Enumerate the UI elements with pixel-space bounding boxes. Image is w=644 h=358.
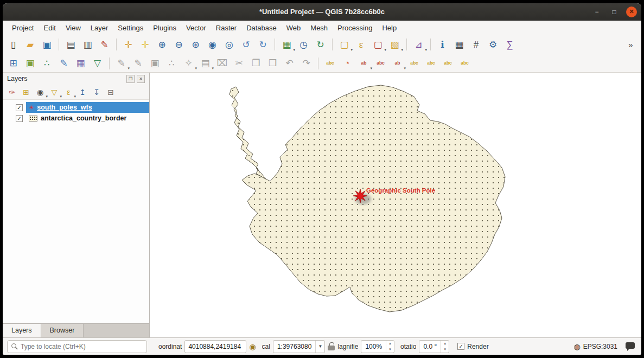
new-map-view-icon[interactable]: ▦▾ (279, 37, 294, 52)
temporal-controller-icon[interactable]: ◷ (296, 37, 311, 52)
float-panel-icon[interactable]: ❐ (126, 75, 135, 83)
layer-item-south_poles_wfs[interactable]: ✳south_poles_wfs (26, 102, 149, 113)
select-by-form-icon[interactable]: ▧▾ (387, 37, 402, 52)
vertex-tool-icon-dropdown[interactable]: ▾ (195, 66, 197, 71)
rotation-steppers[interactable]: ▲▼ (441, 341, 449, 353)
panel-tab-layers[interactable]: Layers (3, 324, 41, 337)
cut-features-icon[interactable]: ✂ (232, 56, 246, 71)
menu-item-raster[interactable]: Raster (211, 22, 241, 34)
select-features-icon-dropdown[interactable]: ▾ (350, 48, 353, 52)
refresh-icon[interactable]: ↻ (313, 37, 328, 52)
select-by-expression-icon[interactable]: ε (354, 37, 368, 52)
current-edits-icon-dropdown[interactable]: ▾ (127, 66, 130, 71)
highlight-pinned-labels-icon[interactable]: abc (373, 56, 388, 71)
show-hidden-labels-icon[interactable]: ab▾ (390, 56, 405, 71)
close-panel-icon[interactable]: ✕ (137, 75, 145, 83)
data-source-manager-icon[interactable]: ⊞ (6, 56, 21, 71)
open-project-icon[interactable]: ▰ (23, 37, 37, 52)
zoom-out-icon[interactable]: ⊖ (171, 37, 186, 52)
add-vector-layer-icon[interactable]: ∴ (40, 56, 54, 71)
vertex-tool-icon[interactable]: ✧▾ (181, 56, 196, 71)
show-layout-manager-icon[interactable]: ▥ (80, 37, 95, 52)
menu-item-mesh[interactable]: Mesh (305, 22, 333, 34)
menu-item-help[interactable]: Help (377, 22, 401, 34)
add-feature-icon[interactable]: ∴ (164, 56, 179, 71)
add-mesh-layer-icon[interactable]: ▦ (73, 56, 88, 71)
label-toolbar-extra-icon[interactable]: abc (457, 56, 472, 71)
crs-status[interactable]: ◍ EPSG:3031 (573, 343, 617, 350)
title-bar[interactable]: *Untitled Project — QGIS 7b28cc6b0c − □ … (3, 3, 641, 21)
toolbar-overflow-icon[interactable]: » (623, 37, 638, 52)
layer-diagram-options-icon[interactable]: ◔ (340, 56, 354, 71)
minimize-button[interactable]: − (591, 7, 602, 17)
render-checkbox[interactable]: ✓ (457, 343, 464, 350)
menu-item-edit[interactable]: Edit (39, 22, 60, 34)
locate-bar[interactable] (7, 340, 147, 353)
menu-item-view[interactable]: View (61, 22, 86, 34)
new-shapefile-layer-icon[interactable]: ✎ (56, 56, 71, 71)
menu-item-web[interactable]: Web (282, 22, 306, 34)
zoom-in-icon[interactable]: ⊕ (155, 37, 169, 52)
redo-icon[interactable]: ↷ (299, 56, 314, 71)
manage-map-themes-icon[interactable]: ◉▾ (34, 86, 47, 99)
pan-map-icon[interactable]: ✛ (121, 37, 136, 52)
pin-labels-icon-dropdown[interactable]: ▾ (370, 66, 372, 71)
paste-features-icon[interactable]: ❒ (265, 56, 280, 71)
filter-legend-icon[interactable]: ▽▾ (48, 86, 61, 99)
layer-visibility-checkbox[interactable]: ✓ (16, 104, 23, 111)
layer-item-antarctica_country_border[interactable]: antarctica_country_border (26, 113, 149, 124)
expand-all-icon[interactable]: ↥ (76, 86, 89, 99)
move-label-icon[interactable]: abc (407, 56, 422, 71)
menu-item-database[interactable]: Database (241, 22, 282, 34)
select-by-form-icon-dropdown[interactable]: ▾ (401, 48, 403, 52)
lock-scale-icon[interactable] (328, 342, 335, 350)
menu-item-processing[interactable]: Processing (333, 22, 377, 34)
save-project-icon[interactable]: ▣ (40, 37, 54, 52)
identify-features-icon[interactable]: ℹ (435, 37, 450, 52)
delete-selected-icon[interactable]: ⌧ (215, 56, 229, 71)
modify-attributes-icon-dropdown[interactable]: ▾ (212, 66, 214, 71)
menu-item-layer[interactable]: Layer (86, 22, 113, 34)
zoom-next-icon[interactable]: ↻ (256, 37, 270, 52)
messages-icon[interactable] (626, 342, 635, 349)
menu-item-project[interactable]: Project (7, 22, 39, 34)
map-canvas[interactable]: Geographic South Pole (150, 73, 641, 337)
menu-item-plugins[interactable]: Plugins (148, 22, 181, 34)
menu-item-vector[interactable]: Vector (181, 22, 211, 34)
magnifier-spinbox[interactable]: 100% ▲▼ (361, 340, 394, 353)
new-map-view-icon-dropdown[interactable]: ▾ (293, 48, 295, 52)
step-down-icon[interactable]: ▼ (441, 347, 449, 353)
deselect-features-icon-dropdown[interactable]: ▾ (384, 48, 386, 52)
zoom-last-icon[interactable]: ↺ (239, 37, 253, 52)
measure-icon-dropdown[interactable]: ▾ (425, 48, 427, 52)
chevron-down-icon[interactable]: ▼ (315, 341, 324, 353)
pin-labels-icon[interactable]: ab▾ (356, 56, 371, 71)
new-project-icon[interactable]: ▯ (6, 37, 21, 52)
extents-toggle-icon[interactable]: ◉ (249, 343, 256, 350)
processing-toolbox-icon[interactable]: ⚙ (486, 37, 500, 52)
modify-attributes-icon[interactable]: ▤▾ (198, 56, 213, 71)
layer-labeling-options-icon[interactable]: abc (323, 56, 337, 71)
field-calculator-icon[interactable]: # (469, 37, 483, 52)
deselect-features-icon[interactable]: ▢▾ (371, 37, 385, 52)
measure-icon[interactable]: ⊿▾ (411, 37, 426, 52)
step-up-icon[interactable]: ▲ (441, 341, 449, 347)
attribute-table-icon[interactable]: ▦ (452, 37, 467, 52)
step-down-icon[interactable]: ▼ (386, 347, 394, 353)
filter-by-expression-icon[interactable]: ε▾ (62, 86, 75, 99)
scale-combobox[interactable]: 1:39763080 ▼ (273, 340, 325, 353)
locate-input[interactable] (21, 343, 143, 350)
show-hidden-labels-icon-dropdown[interactable]: ▾ (404, 66, 406, 71)
zoom-to-layer-icon[interactable]: ◎ (222, 37, 237, 52)
zoom-to-selection-icon[interactable]: ◉ (205, 37, 220, 52)
zoom-full-icon[interactable]: ⊛ (188, 37, 203, 52)
rotation-spinbox[interactable]: 0.0 ° ▲▼ (419, 340, 449, 353)
collapse-all-icon[interactable]: ↧ (90, 86, 103, 99)
maximize-button[interactable]: □ (609, 7, 620, 17)
toggle-editing-icon[interactable]: ✎ (131, 56, 145, 71)
menu-item-settings[interactable]: Settings (113, 22, 148, 34)
undo-icon[interactable]: ↶ (282, 56, 297, 71)
copy-features-icon[interactable]: ❐ (248, 56, 263, 71)
current-edits-icon[interactable]: ✎▾ (114, 56, 129, 71)
open-layer-styling-icon[interactable]: ✑ (5, 86, 18, 99)
